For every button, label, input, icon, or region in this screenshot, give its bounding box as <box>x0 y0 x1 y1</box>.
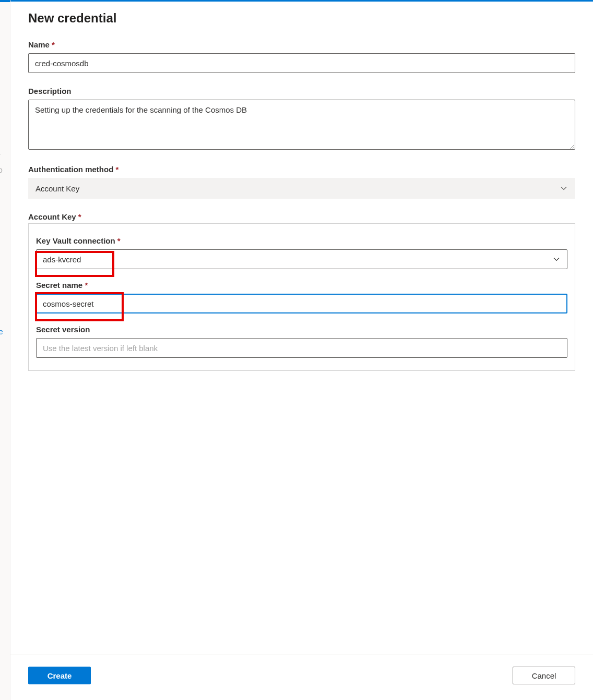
form-group-description: Description <box>28 87 575 151</box>
auth-method-value: Account Key <box>29 178 575 198</box>
cancel-button[interactable]: Cancel <box>513 667 575 684</box>
form-group-name: Name <box>28 40 575 73</box>
name-label: Name <box>28 40 575 49</box>
account-key-fieldset: Key Vault connection ads-kvcred Secret n… <box>28 223 575 371</box>
panel-title: New credential <box>28 11 575 26</box>
description-input[interactable] <box>28 100 575 150</box>
secret-name-label: Secret name <box>36 281 567 289</box>
edge-fragment: ie <box>0 150 1 159</box>
edge-fragment: co <box>0 166 3 174</box>
create-button[interactable]: Create <box>28 667 91 684</box>
account-key-label: Account Key <box>28 212 575 221</box>
name-input[interactable] <box>28 53 575 73</box>
keyvault-select[interactable]: ads-kvcred <box>36 249 567 269</box>
page-wrapper: ie co de New credential Name Description… <box>0 0 593 700</box>
left-edge-background: ie co de <box>0 0 10 700</box>
left-edge-accent <box>0 0 10 2</box>
form-group-secret-version: Secret version <box>36 325 567 358</box>
description-label: Description <box>28 87 575 95</box>
panel-content: New credential Name Description Authenti… <box>10 2 593 655</box>
panel-footer: Create Cancel <box>10 655 593 700</box>
auth-method-select[interactable]: Account Key <box>28 178 575 199</box>
secret-version-input[interactable] <box>36 338 567 358</box>
form-group-keyvault: Key Vault connection ads-kvcred <box>36 236 567 269</box>
edge-fragment: de <box>0 328 3 336</box>
secret-version-label: Secret version <box>36 325 567 334</box>
secret-name-input[interactable] <box>36 294 567 313</box>
new-credential-panel: New credential Name Description Authenti… <box>10 0 593 700</box>
form-group-account-key: Account Key Key Vault connection ads-kvc… <box>28 212 575 371</box>
keyvault-label: Key Vault connection <box>36 236 567 245</box>
keyvault-value: ads-kvcred <box>36 249 567 269</box>
form-group-secret-name: Secret name <box>36 281 567 313</box>
form-group-auth-method: Authentication method Account Key <box>28 165 575 199</box>
auth-method-label: Authentication method <box>28 165 575 174</box>
